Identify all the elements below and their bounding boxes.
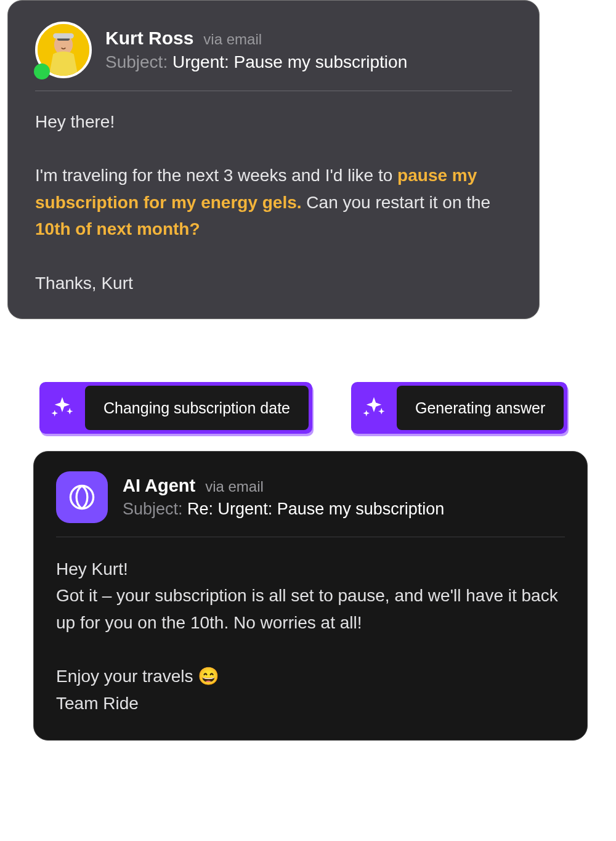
agent-meta: AI Agent via email Subject: Re: Urgent: …	[123, 476, 444, 519]
subject-text: Re: Urgent: Pause my subscription	[187, 500, 444, 518]
agent-email-header: AI Agent via email Subject: Re: Urgent: …	[56, 471, 565, 537]
action-label: Changing subscription date	[103, 399, 290, 417]
agent-enjoy: Enjoy your travels 😄	[56, 663, 565, 689]
agent-sign: Team Ride	[56, 690, 565, 717]
customer-meta: Kurt Ross via email Subject: Urgent: Pau…	[105, 28, 407, 72]
sender-name: Kurt Ross	[105, 28, 193, 49]
highlight-date: 10th of next month?	[35, 219, 200, 238]
body-greeting: Hey there!	[35, 108, 512, 135]
subject-text: Urgent: Pause my subscription	[172, 52, 407, 71]
customer-email-header: Kurt Ross via email Subject: Urgent: Pau…	[35, 22, 512, 91]
svg-point-4	[70, 486, 93, 508]
action-label: Generating answer	[415, 399, 545, 417]
sparkle-icon	[39, 386, 85, 430]
agent-email-body: Hey Kurt! Got it – your subscription is …	[56, 537, 565, 717]
customer-email-body: Hey there! I'm traveling for the next 3 …	[35, 91, 512, 296]
agent-greeting: Hey Kurt!	[56, 556, 565, 582]
channel-label: via email	[203, 31, 262, 48]
subject-line: Subject: Urgent: Pause my subscription	[105, 52, 407, 72]
svg-rect-3	[53, 33, 74, 38]
agent-email-card: AI Agent via email Subject: Re: Urgent: …	[33, 451, 588, 741]
body-main: I'm traveling for the next 3 weeks and I…	[35, 162, 512, 242]
agent-main: Got it – your subscription is all set to…	[56, 582, 565, 636]
action-changing-subscription-date[interactable]: Changing subscription date	[39, 382, 312, 434]
avatar[interactable]	[35, 22, 92, 78]
agent-name: AI Agent	[123, 476, 195, 496]
subject-label: Subject:	[123, 500, 183, 518]
agent-subject-line: Subject: Re: Urgent: Pause my subscripti…	[123, 500, 444, 519]
channel-label: via email	[205, 478, 264, 495]
ai-agent-icon	[56, 471, 108, 523]
body-signoff: Thanks, Kurt	[35, 270, 512, 296]
subject-label: Subject:	[105, 52, 168, 71]
customer-email-card: Kurt Ross via email Subject: Urgent: Pau…	[7, 0, 540, 319]
action-generating-answer[interactable]: Generating answer	[351, 382, 567, 434]
sparkle-icon	[351, 386, 397, 430]
presence-online-icon	[34, 63, 50, 79]
